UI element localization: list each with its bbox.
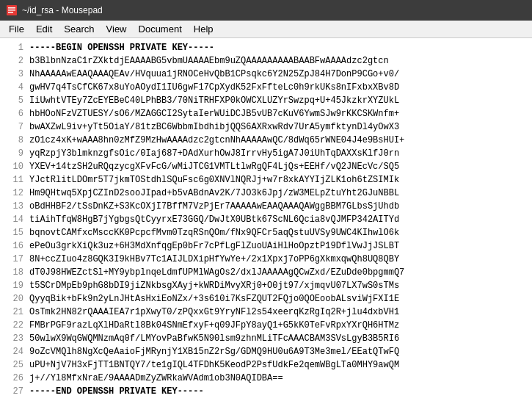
table-row: 3NhAAAAAwEAAQAAAQEAv/HVquua1jRNOCeHvQbB1… (6, 68, 526, 81)
table-row: 8zO1cz4xK+wAAA8hn0zMfZ9MzHwAAAAdzc2gtcnN… (6, 134, 526, 147)
table-row: 20QyyqBik+bFk9n2yLnJHtAsHxiEoNZx/+3s610i… (6, 292, 526, 306)
menu-item-file[interactable]: File (3, 22, 30, 36)
line-number: 8 (6, 134, 23, 147)
line-number: 19 (6, 279, 23, 292)
line-number: 23 (6, 332, 23, 345)
line-content: bwAXZwL9iv+yTt5OiaY/81tzBC6WbbmIbdhibjQQ… (29, 120, 399, 134)
line-content: hbHOoNFzVZTUESY/sO6/MZAGGCI2SytaIerWUiDC… (29, 107, 399, 120)
line-number: 20 (6, 292, 23, 306)
line-content: YXEV+14tzSH2uRQqzycgXFvFcG/wMiJTCG1VMTLt… (29, 160, 399, 173)
svg-rect-2 (8, 10, 15, 11)
table-row: 15bqnovtCAMfxcMsccKK0PcpcfMvm0TzqRSnQOm/… (6, 226, 526, 239)
line-content: tiAihTfqW8HgB7jYgbgsQtCyyrxE73GGQ/DwJtX0… (29, 213, 399, 226)
line-number: 6 (6, 107, 23, 120)
line-content: -----END OPENSSH PRIVATE KEY----- (29, 385, 204, 398)
table-row: 13oBdHHBF2/tSsDnKZ+S3KcOXjI7BffM7VzPjEr7… (6, 200, 526, 213)
line-number: 1 (6, 41, 23, 54)
line-number: 17 (6, 253, 23, 266)
table-row: 18dT0J98HWEZctSl+MY9ybplnqeLdmfUPMlWAgOs… (6, 266, 526, 279)
table-row: 2b3BlbnNzaC1rZXktdjEAAAABG5vbmUAAAAEbm9u… (6, 54, 526, 68)
table-row: 1-----BEGIN OPENSSH PRIVATE KEY----- (6, 41, 526, 54)
title-bar: ~/id_rsa - Mousepad (0, 0, 532, 21)
app-window: ~/id_rsa - Mousepad FileEditSearchViewDo… (0, 0, 532, 401)
line-number: 15 (6, 226, 23, 239)
line-content: OsTmk2HN82rQAAAIEA7r1pXwyT0/zPQxxGt9YryN… (29, 306, 399, 319)
line-content: j+//Yl8MfxNraE/9AAAADmZyZWRkaWVAdm1ob3N0… (29, 372, 283, 385)
table-row: 6hbHOoNFzVZTUESY/sO6/MZAGGCI2SytaIerWUiD… (6, 107, 526, 120)
line-number: 18 (6, 266, 23, 279)
line-content: 9oZcVMQlh8NgXcQeAaioFjMRynjY1XB15nZ2rSg/… (29, 345, 399, 358)
table-row: 7bwAXZwL9iv+yTt5OiaY/81tzBC6WbbmIbdhibjQ… (6, 120, 526, 134)
line-number: 3 (6, 68, 23, 81)
line-number: 21 (6, 306, 23, 319)
line-content: dT0J98HWEZctSl+MY9ybplnqeLdmfUPMlWAgOs2/… (29, 266, 404, 279)
line-content: yqRzpjY3blmknzgfsOic/0Iaj687+DAdXurhOwJ8… (29, 147, 399, 160)
menu-item-help[interactable]: Help (188, 22, 219, 36)
line-content: IiUwhtVTEy7ZcEYEBeC40LPhBB3/70NiTRHFXP0k… (29, 94, 399, 107)
app-icon (6, 4, 18, 16)
line-content: NhAAAAAwEAAQAAAQEAv/HVquua1jRNOCeHvQbB1C… (29, 68, 399, 81)
table-row: 14tiAihTfqW8HgB7jYgbgsQtCyyrxE73GGQ/DwJt… (6, 213, 526, 226)
line-content: -----BEGIN OPENSSH PRIVATE KEY----- (29, 41, 214, 54)
menu-bar: FileEditSearchViewDocumentHelp (0, 21, 532, 38)
table-row: 5IiUwhtVTEy7ZcEYEBeC40LPhBB3/70NiTRHFXP0… (6, 94, 526, 107)
line-number: 9 (6, 147, 23, 160)
table-row: 4gwHV7q4TsCfCK67x8uYoAOydI1IU6gwF17CpXyd… (6, 81, 526, 94)
window-title: ~/id_rsa - Mousepad (22, 5, 103, 15)
line-content: oBdHHBF2/tSsDnKZ+S3KcOXjI7BffM7VzPjEr7AA… (29, 200, 399, 213)
table-row: 249oZcVMQlh8NgXcQeAaioFjMRynjY1XB15nZ2rS… (6, 345, 526, 358)
menu-item-edit[interactable]: Edit (30, 22, 58, 36)
line-content: FMBrPGF9razLqXlHDaRtl8Bk04SNmEfxyF+q09JF… (29, 319, 399, 332)
table-row: 9yqRzpjY3blmknzgfsOic/0Iaj687+DAdXurhOwJ… (6, 147, 526, 160)
editor-content[interactable]: 1-----BEGIN OPENSSH PRIVATE KEY-----2b3B… (0, 38, 532, 401)
line-number: 2 (6, 54, 23, 68)
line-content: YJctRlitLDOmr5T7jkmTOStdhlSQuFsc6g0XNVlN… (29, 173, 399, 187)
line-content: bqnovtCAMfxcMsccKK0PcpcfMvm0TzqRSnQOm/fN… (29, 226, 399, 239)
line-content: t5SCrDMpEb9phG8bDI9jiZNkbsgXAyj+kWRDiMvy… (29, 279, 399, 292)
line-content: ePeOu3grkXiQk3uz+6H3MdXnfqgEp0bFr7cPfLgF… (29, 239, 399, 253)
table-row: 178N+ccZIuo4z8GQK3I9kHBv7Tc1AIJLDXipHfYw… (6, 253, 526, 266)
line-number: 14 (6, 213, 23, 226)
line-content: uPU+NjV7H3xFjTT1BNTQY7/te1gIQL4TFDhK5Keo… (29, 358, 399, 372)
line-content: zO1cz4xK+wAAA8hn0zMfZ9MzHwAAAAdzc2gtcnNh… (29, 134, 404, 147)
line-number: 16 (6, 239, 23, 253)
line-content: QyyqBik+bFk9n2yLnJHtAsHxiEoNZx/+3s610i7K… (29, 292, 399, 306)
line-number: 12 (6, 187, 23, 200)
title-bar-left: ~/id_rsa - Mousepad (6, 4, 103, 16)
line-number: 13 (6, 200, 23, 213)
line-number: 4 (6, 81, 23, 94)
table-row: 19t5SCrDMpEb9phG8bDI9jiZNkbsgXAyj+kWRDiM… (6, 279, 526, 292)
menu-item-search[interactable]: Search (58, 22, 100, 36)
line-number: 11 (6, 173, 23, 187)
line-number: 26 (6, 372, 23, 385)
table-row: 25uPU+NjV7H3xFjTT1BNTQY7/te1gIQL4TFDhK5K… (6, 358, 526, 372)
table-row: 2350wlwX9WqGWQMNzmAq0f/LMYovPaBfwK5N90ls… (6, 332, 526, 345)
line-number: 24 (6, 345, 23, 358)
line-content: gwHV7q4TsCfCK67x8uYoAOydI1IU6gwF17CpXydK… (29, 81, 399, 94)
line-number: 22 (6, 319, 23, 332)
menu-item-view[interactable]: View (101, 22, 133, 36)
table-row: 22FMBrPGF9razLqXlHDaRtl8Bk04SNmEfxyF+q09… (6, 319, 526, 332)
line-content: 8N+ccZIuo4z8GQK3I9kHBv7Tc1AIJLDXipHfYwYe… (29, 253, 399, 266)
line-number: 7 (6, 120, 23, 134)
table-row: 16ePeOu3grkXiQk3uz+6H3MdXnfqgEp0bFr7cPfL… (6, 239, 526, 253)
svg-rect-1 (8, 7, 15, 9)
line-number: 27 (6, 385, 23, 398)
line-number: 25 (6, 358, 23, 372)
line-content: b3BlbnNzaC1rZXktdjEAAAABG5vbmUAAAAEbm9uZ… (29, 54, 389, 68)
table-row: 21OsTmk2HN82rQAAAIEA7r1pXwyT0/zPQxxGt9Yr… (6, 306, 526, 319)
table-row: 10YXEV+14tzSH2uRQqzycgXFvFcG/wMiJTCG1VMT… (6, 160, 526, 173)
table-row: 26j+//Yl8MfxNraE/9AAAADmZyZWRkaWVAdm1ob3… (6, 372, 526, 385)
line-content: 50wlwX9WqGWQMNzmAq0f/LMYovPaBfwK5N90lsm9… (29, 332, 399, 345)
line-content: Hm9QHtwq5XpjCZInD2sooJIpad+b5vABdnAv2K/7… (29, 187, 399, 200)
line-number: 10 (6, 160, 23, 173)
table-row: 27-----END OPENSSH PRIVATE KEY----- (6, 385, 526, 398)
menu-item-document[interactable]: Document (133, 22, 188, 36)
table-row: 12Hm9QHtwq5XpjCZInD2sooJIpad+b5vABdnAv2K… (6, 187, 526, 200)
line-number: 5 (6, 94, 23, 107)
svg-rect-3 (8, 12, 13, 13)
table-row: 11YJctRlitLDOmr5T7jkmTOStdhlSQuFsc6g0XNV… (6, 173, 526, 187)
